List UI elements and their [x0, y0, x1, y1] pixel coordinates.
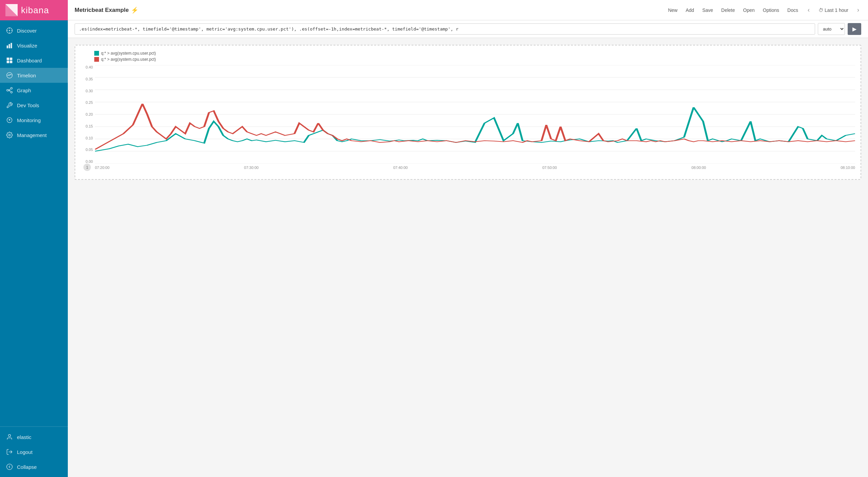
panel-badge: 1 — [83, 164, 91, 171]
x-label-5: 08:10:00 — [841, 166, 855, 170]
sidebar-nav: Discover Visualize Dashboard — [0, 20, 68, 426]
sidebar-item-timelion[interactable]: Timelion — [0, 68, 68, 83]
sidebar-item-graph-label: Graph — [17, 88, 31, 93]
content-area: q:* > avg(system.cpu.user.pct) q:* > avg… — [68, 38, 868, 477]
wrench-icon — [6, 102, 13, 109]
graph-icon — [6, 87, 13, 94]
collapse-icon — [6, 463, 13, 470]
docs-button[interactable]: Docs — [787, 6, 799, 14]
x-label-4: 08:00:00 — [691, 166, 706, 170]
time-label: Last 1 hour — [825, 7, 848, 13]
svg-rect-11 — [7, 58, 9, 60]
svg-point-28 — [7, 464, 13, 470]
delete-button[interactable]: Delete — [721, 6, 735, 14]
logout-icon — [6, 449, 13, 455]
svg-rect-8 — [7, 45, 8, 48]
svg-rect-13 — [7, 61, 9, 63]
bar-chart-icon — [6, 42, 13, 49]
y-label-2: 0.30 — [86, 89, 93, 93]
sidebar: kibana Discover Visualize — [0, 0, 68, 477]
legend-item-1: q:* > avg(system.cpu.user.pct) — [94, 51, 855, 56]
sidebar-item-dashboard[interactable]: Dashboard — [0, 53, 68, 68]
y-label-7: 0.05 — [86, 148, 93, 152]
legend-label-2: q:* > avg(system.cpu.user.pct) — [101, 57, 156, 62]
options-button[interactable]: Options — [762, 6, 780, 14]
x-label-3: 07:50:00 — [542, 166, 557, 170]
sidebar-item-collapse[interactable]: Collapse — [0, 459, 68, 474]
logo-area: kibana — [0, 0, 68, 20]
sidebar-item-logout[interactable]: Logout — [0, 444, 68, 459]
logo-text: kibana — [21, 5, 49, 16]
sidebar-item-discover[interactable]: Discover — [0, 23, 68, 38]
x-label-2: 07:40:00 — [393, 166, 408, 170]
expression-input[interactable] — [75, 23, 815, 35]
clock-icon: ⏱ — [818, 7, 823, 13]
compass-icon — [6, 27, 13, 34]
new-button[interactable]: New — [667, 6, 678, 14]
sidebar-item-logout-label: Logout — [17, 449, 33, 455]
main-content: Metricbeat Example ⚡ New Add Save Delete… — [68, 0, 868, 477]
chart-legend: q:* > avg(system.cpu.user.pct) q:* > avg… — [94, 51, 855, 62]
sidebar-item-visualize-label: Visualize — [17, 43, 37, 49]
run-button[interactable]: ▶ — [848, 23, 861, 35]
svg-line-22 — [8, 91, 11, 92]
bolt-icon: ⚡ — [131, 6, 138, 14]
add-button[interactable]: Add — [685, 6, 695, 14]
title-text: Metricbeat Example — [75, 7, 129, 14]
svg-point-25 — [9, 134, 11, 136]
sidebar-item-devtools-label: Dev Tools — [17, 102, 39, 108]
svg-rect-12 — [10, 58, 13, 60]
y-label-4: 0.20 — [86, 112, 93, 116]
y-label-1: 0.35 — [86, 77, 93, 81]
svg-rect-14 — [10, 61, 13, 63]
legend-item-2: q:* > avg(system.cpu.user.pct) — [94, 57, 855, 62]
interval-select[interactable]: auto — [818, 23, 845, 35]
kibana-logo-icon — [5, 4, 18, 16]
sidebar-item-discover-label: Discover — [17, 28, 37, 34]
svg-rect-10 — [11, 43, 12, 49]
chart-svg-wrapper — [95, 65, 855, 164]
expression-bar: auto ▶ — [68, 20, 868, 38]
next-button[interactable]: › — [855, 5, 861, 15]
legend-color-red — [94, 57, 99, 62]
topbar: Metricbeat Example ⚡ New Add Save Delete… — [68, 0, 868, 20]
sidebar-item-visualize[interactable]: Visualize — [0, 38, 68, 53]
run-icon: ▶ — [852, 26, 856, 32]
chart-panel: q:* > avg(system.cpu.user.pct) q:* > avg… — [75, 45, 861, 180]
monitoring-icon — [6, 117, 13, 123]
sidebar-item-management-label: Management — [17, 132, 47, 138]
sidebar-item-management[interactable]: Management — [0, 128, 68, 142]
timelion-icon — [6, 72, 13, 79]
time-selector[interactable]: ⏱ Last 1 hour — [818, 7, 848, 13]
y-axis: 0.40 0.35 0.30 0.25 0.20 0.15 0.10 0.05 … — [81, 65, 95, 164]
save-button[interactable]: Save — [702, 6, 714, 14]
sidebar-item-user[interactable]: elastic — [0, 430, 68, 444]
sidebar-item-monitoring-label: Monitoring — [17, 117, 41, 123]
sidebar-item-monitoring[interactable]: Monitoring — [0, 113, 68, 128]
y-label-5: 0.15 — [86, 124, 93, 128]
x-label-1: 07:30:00 — [244, 166, 259, 170]
y-label-0: 0.40 — [86, 65, 93, 69]
open-button[interactable]: Open — [743, 6, 755, 14]
legend-color-teal — [94, 51, 99, 56]
prev-button[interactable]: ‹ — [806, 5, 812, 15]
svg-point-3 — [9, 30, 10, 31]
sidebar-item-collapse-label: Collapse — [17, 464, 37, 470]
x-axis: 07:20:00 07:30:00 07:40:00 07:50:00 08:0… — [95, 164, 855, 174]
page-title: Metricbeat Example ⚡ — [75, 6, 138, 14]
svg-rect-30 — [94, 57, 99, 62]
svg-line-21 — [8, 89, 11, 90]
chart-container: 0.40 0.35 0.30 0.25 0.20 0.15 0.10 0.05 … — [81, 65, 855, 174]
user-icon — [6, 434, 13, 440]
svg-rect-9 — [9, 44, 10, 49]
sidebar-item-dashboard-label: Dashboard — [17, 58, 42, 63]
y-label-3: 0.25 — [86, 100, 93, 104]
topbar-actions: New Add Save Delete Open Options Docs ‹ … — [667, 5, 861, 15]
sidebar-item-devtools[interactable]: Dev Tools — [0, 98, 68, 113]
y-label-6: 0.10 — [86, 136, 93, 140]
sidebar-item-graph[interactable]: Graph — [0, 83, 68, 98]
x-label-0: 07:20:00 — [95, 166, 110, 170]
dashboard-icon — [6, 57, 13, 64]
legend-label-1: q:* > avg(system.cpu.user.pct) — [101, 51, 156, 56]
svg-rect-29 — [94, 51, 99, 56]
